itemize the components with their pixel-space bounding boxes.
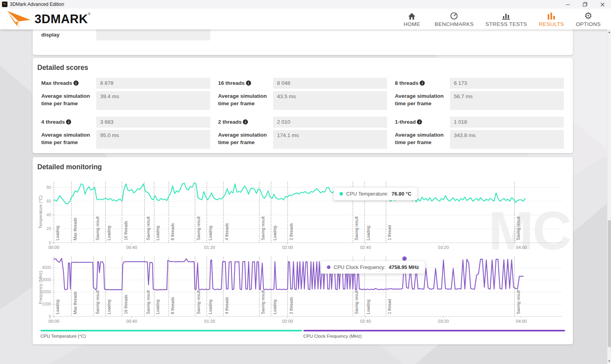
legend-label: CPU Temperature (°C) xyxy=(40,334,302,338)
display-value xyxy=(96,29,210,40)
score-item: 1-threadi 1 018 Average simulation time … xyxy=(395,117,564,155)
tooltip-value: 76.80 °C xyxy=(391,191,411,197)
svg-text:2 threads: 2 threads xyxy=(289,297,294,314)
info-icon[interactable]: i xyxy=(243,119,248,124)
app-window: 3DMark Advanced Edition 3DMARK ® xyxy=(0,0,611,364)
svg-text:1 thread: 1 thread xyxy=(387,225,392,240)
frequency-chart[interactable]: 01000200030004000LoadingMax threadsSavin… xyxy=(40,254,566,327)
svg-text:8 threads: 8 threads xyxy=(170,223,175,240)
info-icon[interactable]: i xyxy=(417,119,422,124)
svg-text:3000: 3000 xyxy=(42,277,51,282)
nav-item-stress-tests[interactable]: STRESS TESTS xyxy=(486,11,527,27)
section-title: Detailed monitoring xyxy=(33,157,573,171)
svg-text:40: 40 xyxy=(46,212,51,217)
home-icon xyxy=(408,11,416,20)
svg-text:Saving result: Saving result xyxy=(516,290,521,314)
avg-sim-label: Average simulation time per frame xyxy=(395,91,450,110)
display-label: display xyxy=(41,29,96,40)
score-value: 8 048 xyxy=(273,78,387,89)
score-value: 8 878 xyxy=(96,78,210,89)
brand-name: 3DMARK xyxy=(35,9,88,29)
svg-text:Loading: Loading xyxy=(272,299,277,314)
svg-text:60: 60 xyxy=(46,199,51,203)
nav-bar: 3DMARK ® HOME BENCHMARKS STRESS TESTS xyxy=(0,9,611,29)
title-bar: 3DMark Advanced Edition xyxy=(0,0,611,9)
svg-text:Loading: Loading xyxy=(208,299,213,314)
registered-mark: ® xyxy=(88,12,91,16)
tooltip-value: 4758.95 MHz xyxy=(389,264,419,270)
svg-text:Loading: Loading xyxy=(208,225,213,240)
legend-cpu-clock-frequency[interactable]: CPU Clock Frequency (MHz) xyxy=(303,330,565,338)
score-label: 8 threadsi xyxy=(395,78,450,89)
svg-text:Saving result: Saving result xyxy=(196,216,201,240)
svg-text:Saving result: Saving result xyxy=(354,290,359,314)
gauge-icon xyxy=(450,11,458,20)
avg-sim-value: 343.8 ms xyxy=(450,130,564,149)
info-icon[interactable]: i xyxy=(66,119,71,124)
scroll-up-icon[interactable]: ▲ xyxy=(607,30,611,35)
svg-text:Loading: Loading xyxy=(55,225,60,240)
nav-item-options[interactable]: ⚙ OPTIONS xyxy=(576,11,601,27)
svg-text:20: 20 xyxy=(46,226,51,231)
vertical-scrollbar[interactable]: ▲ ▼ xyxy=(607,29,611,364)
svg-text:00:40: 00:40 xyxy=(127,319,138,324)
svg-text:02:40: 02:40 xyxy=(360,245,371,250)
svg-text:Loading: Loading xyxy=(366,299,371,314)
svg-text:Saving result: Saving result xyxy=(261,290,265,314)
legend-cpu-temperature[interactable]: CPU Temperature (°C) xyxy=(40,330,302,338)
svg-text:00:00: 00:00 xyxy=(48,245,59,250)
svg-text:Saving result: Saving result xyxy=(95,290,100,314)
svg-text:16 threads: 16 threads xyxy=(123,221,128,240)
nav-label: STRESS TESTS xyxy=(486,21,527,27)
svg-text:4000: 4000 xyxy=(42,265,51,270)
svg-text:Saving result: Saving result xyxy=(146,216,150,240)
avg-sim-label: Average simulation time per frame xyxy=(218,91,273,110)
nav-item-home[interactable]: HOME xyxy=(401,11,423,27)
svg-text:0: 0 xyxy=(49,314,51,319)
score-item: 16 threadsi 8 048 Average simulation tim… xyxy=(218,78,387,117)
svg-text:04:00: 04:00 xyxy=(516,319,527,324)
gear-icon: ⚙ xyxy=(584,11,593,20)
svg-text:Saving result: Saving result xyxy=(146,290,150,314)
chart-legend: CPU Temperature (°C) CPU Clock Frequency… xyxy=(40,330,565,338)
minimize-icon[interactable] xyxy=(559,0,576,9)
avg-sim-label: Average simulation time per frame xyxy=(41,91,96,110)
temperature-chart[interactable]: 020406080LoadingMax threadsSaving result… xyxy=(40,179,566,253)
svg-text:4 threads: 4 threads xyxy=(224,297,229,314)
brand-logo[interactable]: 3DMARK ® xyxy=(4,9,90,29)
scores-grid: Max threadsi 8 878 Average simulation ti… xyxy=(41,78,573,155)
nav-label: OPTIONS xyxy=(576,21,601,27)
nav-label: RESULTS xyxy=(539,21,564,27)
temperature-tooltip: CPU Temperature: 76.80 °C xyxy=(334,187,417,200)
series-dot-icon xyxy=(327,265,330,269)
avg-sim-value: 43.5 ms xyxy=(273,91,387,110)
close-icon[interactable] xyxy=(594,0,611,9)
info-icon[interactable]: i xyxy=(246,80,251,86)
svg-text:02:00: 02:00 xyxy=(282,319,293,324)
svg-text:80: 80 xyxy=(46,185,51,190)
score-value: 1 018 xyxy=(450,117,564,128)
svg-text:2000: 2000 xyxy=(42,289,51,294)
svg-text:1 thread: 1 thread xyxy=(387,299,392,314)
nav-item-results[interactable]: RESULTS xyxy=(539,11,564,27)
svg-text:03:20: 03:20 xyxy=(438,245,449,250)
avg-sim-label: Average simulation time per frame xyxy=(395,130,450,149)
svg-text:02:00: 02:00 xyxy=(282,245,293,250)
svg-text:Loading: Loading xyxy=(155,225,160,240)
svg-text:Loading: Loading xyxy=(106,225,111,240)
svg-text:Loading: Loading xyxy=(272,225,277,240)
nav-item-benchmarks[interactable]: BENCHMARKS xyxy=(435,11,473,27)
maximize-icon[interactable] xyxy=(576,0,594,9)
score-item: 2 threadsi 2 010 Average simulation time… xyxy=(218,117,387,155)
scroll-down-icon[interactable]: ▼ xyxy=(607,359,611,364)
svg-text:03:20: 03:20 xyxy=(438,319,449,324)
info-icon[interactable]: i xyxy=(420,80,425,86)
svg-text:02:40: 02:40 xyxy=(360,319,371,324)
info-icon[interactable]: i xyxy=(73,80,79,86)
score-item: 4 threadsi 3 683 Average simulation time… xyxy=(41,117,210,155)
bar-chart-icon xyxy=(502,11,510,20)
scrollbar-thumb[interactable] xyxy=(608,220,611,348)
display-row: display xyxy=(41,29,573,40)
svg-text:2 threads: 2 threads xyxy=(289,223,294,240)
svg-text:00:00: 00:00 xyxy=(48,319,59,324)
